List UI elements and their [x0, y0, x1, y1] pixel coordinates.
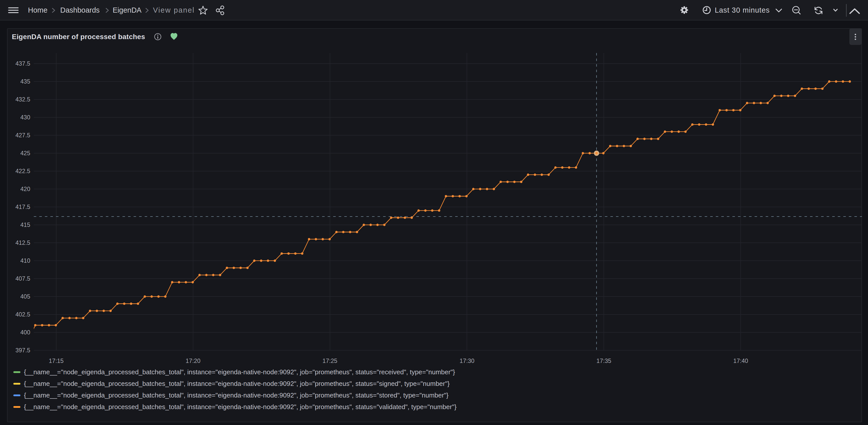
- svg-text:17:25: 17:25: [322, 358, 338, 364]
- svg-text:420: 420: [21, 186, 30, 192]
- svg-text:422.5: 422.5: [16, 168, 30, 174]
- svg-text:415: 415: [21, 222, 30, 228]
- svg-text:427.5: 427.5: [16, 132, 30, 139]
- svg-text:17:30: 17:30: [460, 358, 474, 364]
- svg-text:17:40: 17:40: [734, 358, 748, 364]
- svg-text:17:15: 17:15: [49, 358, 64, 364]
- svg-text:430: 430: [21, 114, 30, 121]
- svg-text:410: 410: [21, 257, 30, 264]
- svg-text:417.5: 417.5: [16, 204, 30, 210]
- svg-text:17:20: 17:20: [186, 358, 200, 364]
- svg-text:432.5: 432.5: [16, 96, 30, 103]
- svg-text:402.5: 402.5: [16, 311, 30, 318]
- svg-text:397.5: 397.5: [16, 347, 30, 353]
- svg-text:412.5: 412.5: [16, 239, 30, 246]
- svg-text:17:35: 17:35: [596, 358, 612, 364]
- svg-text:435: 435: [21, 78, 30, 85]
- svg-text:425: 425: [21, 150, 30, 157]
- svg-text:405: 405: [21, 293, 30, 300]
- svg-text:407.5: 407.5: [16, 275, 30, 282]
- svg-text:400: 400: [21, 329, 30, 336]
- svg-text:437.5: 437.5: [16, 60, 30, 67]
